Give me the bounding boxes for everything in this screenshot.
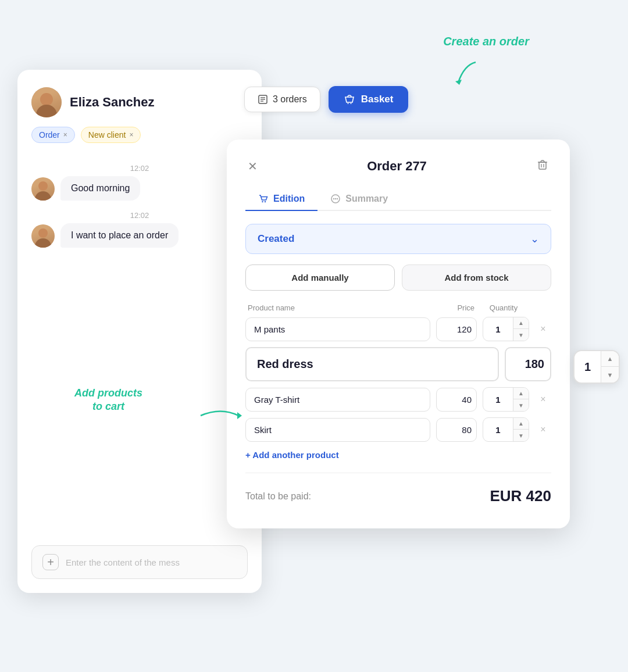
tag-new-client-label: New client xyxy=(88,130,126,140)
tag-new-client[interactable]: New client × xyxy=(81,127,141,143)
qty-arrows-red-dress: ▲ ▼ xyxy=(601,351,619,383)
delete-product-4[interactable]: × xyxy=(535,421,551,438)
chat-panel: Eliza Sanchez Order × New client × 12:02… xyxy=(17,70,262,593)
message-avatar-1 xyxy=(31,177,55,201)
svg-point-14 xyxy=(333,198,334,199)
product-price-input-1[interactable] xyxy=(436,317,477,341)
qty-up-red-dress[interactable]: ▲ xyxy=(601,351,619,367)
svg-point-16 xyxy=(337,198,338,199)
qty-value-red-dress: 1 xyxy=(575,360,601,374)
tag-order[interactable]: Order × xyxy=(31,127,75,143)
product-price-input-4[interactable] xyxy=(436,418,477,442)
qty-arrows-3: ▲ ▼ xyxy=(513,388,529,411)
delete-product-1[interactable]: × xyxy=(535,321,551,337)
total-value: EUR 420 xyxy=(490,487,552,505)
tag-new-client-close-icon[interactable]: × xyxy=(129,131,133,139)
top-action-buttons: 3 orders Basket xyxy=(244,86,408,113)
tag-order-close-icon[interactable]: × xyxy=(63,131,67,139)
qty-value-4: 1 xyxy=(483,425,513,435)
order-header: ✕ Order 277 xyxy=(245,156,551,176)
qty-down-3[interactable]: ▼ xyxy=(513,399,529,411)
svg-marker-17 xyxy=(237,412,242,419)
orders-count-button[interactable]: 3 orders xyxy=(244,87,320,112)
svg-point-15 xyxy=(335,198,336,199)
tab-summary[interactable]: Summary xyxy=(317,188,401,211)
orders-icon xyxy=(258,94,268,105)
message-row-1: Good morning xyxy=(31,176,248,201)
basket-button[interactable]: Basket xyxy=(329,86,409,113)
svg-rect-7 xyxy=(539,162,546,169)
product-name-input-3[interactable] xyxy=(245,388,430,412)
chat-input-placeholder[interactable]: Enter the content of the mess xyxy=(66,557,237,567)
delete-product-3[interactable]: × xyxy=(535,391,551,408)
tab-edition[interactable]: Edition xyxy=(245,188,317,211)
tab-edition-label: Edition xyxy=(273,194,305,204)
qty-arrows-1: ▲ ▼ xyxy=(513,317,529,341)
qty-stepper-3[interactable]: 1 ▲ ▼ xyxy=(483,387,529,412)
tab-summary-label: Summary xyxy=(345,194,388,204)
qty-value-1: 1 xyxy=(483,324,513,334)
chat-messages: 12:02 Good morning 12:02 I want to place… xyxy=(31,157,248,545)
add-buttons: Add manually Add from stock xyxy=(245,264,551,291)
chat-user-name: Eliza Sanchez xyxy=(70,95,155,110)
create-order-arrow-icon xyxy=(447,59,481,88)
annotation-add-products: Add productsto cart xyxy=(74,387,142,414)
summary-icon xyxy=(330,194,341,204)
col-header-qty: Quantity xyxy=(480,303,527,312)
status-dropdown[interactable]: Created ⌄ xyxy=(245,224,551,254)
add-manually-button[interactable]: Add manually xyxy=(245,264,395,291)
annotation-create-order: Create an order xyxy=(443,35,529,48)
chat-input-bar[interactable]: + Enter the content of the mess xyxy=(31,545,248,579)
product-row-1: 1 ▲ ▼ × xyxy=(245,317,551,341)
add-products-arrow-icon xyxy=(198,404,244,427)
product-name-input-2[interactable] xyxy=(245,347,499,381)
qty-down-1[interactable]: ▼ xyxy=(513,329,529,341)
qty-stepper-red-dress[interactable]: 1 ▲ ▼ xyxy=(573,350,620,384)
qty-down-red-dress[interactable]: ▼ xyxy=(601,367,619,383)
svg-point-6 xyxy=(350,103,351,104)
message-bubble-1: Good morning xyxy=(60,176,140,201)
product-name-input-1[interactable] xyxy=(245,317,430,341)
tag-list: Order × New client × xyxy=(31,127,248,143)
avatar xyxy=(31,87,62,117)
svg-point-11 xyxy=(262,201,263,202)
product-row-4: 1 ▲ ▼ × xyxy=(245,417,551,442)
orders-count-label: 3 orders xyxy=(273,94,307,105)
chat-input-add-icon[interactable]: + xyxy=(42,554,59,570)
qty-up-4[interactable]: ▲ xyxy=(513,418,529,430)
qty-down-4[interactable]: ▼ xyxy=(513,430,529,441)
cart-icon xyxy=(258,194,269,204)
order-panel: ✕ Order 277 Edition xyxy=(227,140,570,528)
product-price-input-3[interactable] xyxy=(436,388,477,412)
col-header-del xyxy=(533,303,549,312)
order-title: Order 277 xyxy=(367,159,427,174)
qty-up-1[interactable]: ▲ xyxy=(513,317,529,329)
qty-stepper-4[interactable]: 1 ▲ ▼ xyxy=(483,417,529,442)
message-bubble-2: I want to place an order xyxy=(60,223,179,248)
product-table-header: Product name Price Quantity xyxy=(245,303,551,312)
qty-up-3[interactable]: ▲ xyxy=(513,388,529,399)
product-row-2 xyxy=(245,347,551,381)
total-row: Total to be paid: EUR 420 xyxy=(245,482,551,510)
qty-stepper-1[interactable]: 1 ▲ ▼ xyxy=(483,317,529,341)
close-button[interactable]: ✕ xyxy=(245,157,260,176)
add-product-link[interactable]: + Add another product xyxy=(245,450,551,460)
product-price-input-2[interactable] xyxy=(505,347,551,381)
message-row-2: I want to place an order xyxy=(31,223,248,248)
chevron-down-icon: ⌄ xyxy=(530,233,539,245)
tag-order-label: Order xyxy=(39,130,60,140)
product-name-input-4[interactable] xyxy=(245,418,430,442)
basket-icon xyxy=(344,94,355,105)
delete-button[interactable] xyxy=(534,156,551,176)
add-from-stock-button[interactable]: Add from stock xyxy=(402,264,551,291)
msg-time-2: 12:02 xyxy=(31,211,248,220)
col-header-price: Price xyxy=(434,303,474,312)
qty-arrows-4: ▲ ▼ xyxy=(513,418,529,441)
qty-value-3: 1 xyxy=(483,395,513,405)
product-row-3: 1 ▲ ▼ × xyxy=(245,387,551,412)
order-tabs: Edition Summary xyxy=(245,188,551,211)
msg-time-1: 12:02 xyxy=(31,164,248,173)
message-avatar-2 xyxy=(31,224,55,248)
total-label: Total to be paid: xyxy=(245,491,311,502)
col-header-name: Product name xyxy=(248,303,428,312)
